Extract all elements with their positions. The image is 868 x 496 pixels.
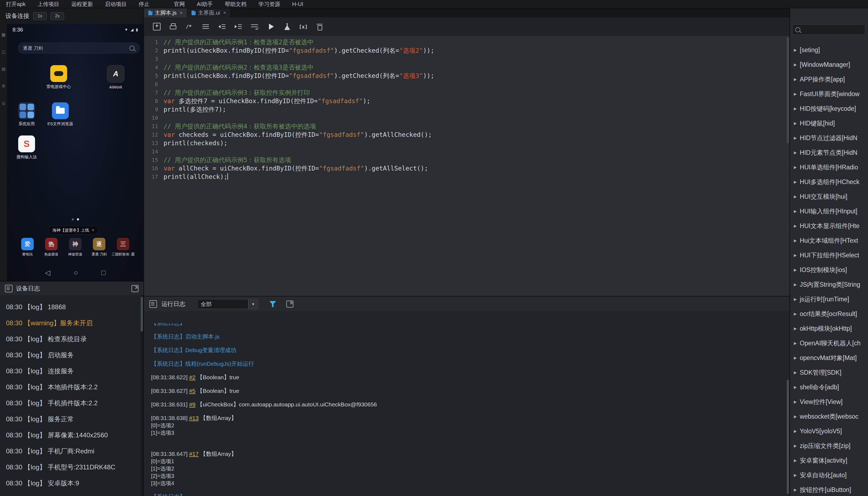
menu-icon[interactable]: ≣ [2, 83, 5, 89]
api-tree-item[interactable]: ▶zip压缩文件类[zip] [790, 438, 868, 453]
api-tree-item[interactable]: ▶Hui文本域组件[HText [790, 233, 868, 248]
phone-app-esfile[interactable]: ES文件浏览器 [44, 102, 77, 126]
editor-scrollbar[interactable] [787, 37, 789, 143]
log-id-link[interactable]: #13 [189, 415, 199, 421]
phone-mirror-screen[interactable]: 8:36 ▼◢▮ 逐鹿 刀剑 雷电游戏中心AAiWork系统应用ES文件浏览器S… [7, 24, 143, 281]
back-button[interactable]: ◁ [45, 268, 50, 277]
log-id-link[interactable]: #2 [189, 374, 195, 381]
toolbar-soft-wrap-button[interactable] [249, 21, 260, 32]
dock-app[interactable]: 逐逐鹿 刀剑 [88, 238, 110, 257]
api-tree-item[interactable]: ▶HUI文本显示组件[Hte [790, 219, 868, 233]
log-sub-line: [1]=选项2 [151, 465, 786, 472]
mirror-toolbar: ▦◫▤≣◎ [0, 24, 7, 289]
toolbar-print-button[interactable] [167, 21, 179, 32]
phone-app-aiwork[interactable]: AAiWork [99, 65, 133, 89]
api-tree-item[interactable]: ▶SDK管理[SDK] [790, 365, 868, 380]
toast-close-icon[interactable]: × [92, 228, 94, 233]
toolbar-new-file-button[interactable] [151, 21, 163, 32]
api-tree-item[interactable]: ▶View控件[View] [790, 394, 868, 409]
api-tree-item[interactable]: ▶OpenAI聊天机器人[ch [790, 336, 868, 351]
api-tree-item[interactable]: ▶HUI多选组件[HCheck [790, 174, 868, 189]
api-tree-item[interactable]: ▶ocr结果类[ocrResult] [790, 307, 868, 321]
api-tree-item[interactable]: ▶FastUI界面类[window [790, 87, 868, 101]
device-log-expand-icon[interactable] [132, 285, 139, 292]
grid-icon[interactable]: ▦ [1, 32, 5, 37]
device-log-scrollbar[interactable] [141, 297, 143, 331]
api-search-box[interactable] [792, 25, 865, 35]
code-editor[interactable]: 1// 用户提供的正确代码示例1：检查选项2是否被选中2printl(uiChe… [144, 36, 790, 296]
run-log-scrollbar[interactable] [787, 380, 789, 494]
toolbar-run-button[interactable] [265, 21, 277, 32]
record-icon[interactable]: ◎ [2, 100, 5, 106]
api-tree-item[interactable]: ▶HUI交互模块[hui] [790, 189, 868, 204]
api-tree-item[interactable]: ▶安卓窗体[activity] [790, 453, 868, 468]
menu-item[interactable]: 帮助文档 [219, 0, 253, 8]
close-icon[interactable]: × [180, 10, 183, 16]
run-log-expand-icon[interactable] [286, 300, 293, 308]
rows-icon[interactable]: ▤ [1, 66, 5, 72]
phone-search-bar[interactable]: 逐鹿 刀剑 [18, 43, 140, 53]
api-tree-item[interactable]: ▶HID键鼠[hid] [790, 116, 868, 130]
close-icon[interactable]: × [223, 10, 226, 16]
api-tree-item[interactable]: ▶APP操作类[app] [790, 72, 868, 87]
menu-item[interactable]: 打开apk [0, 0, 31, 8]
dock-app[interactable]: 热热血密道 [40, 238, 62, 257]
api-tree-item[interactable]: ▶HUI输入组件[HInput] [790, 204, 868, 219]
phone-toast[interactable]: 海神【波塞冬】上线 × [48, 226, 98, 235]
toolbar-test-button[interactable] [281, 21, 293, 32]
dock-app[interactable]: 爱爱电玩 [16, 238, 39, 257]
filter-funnel-icon[interactable] [270, 301, 276, 307]
toolbar-format-button[interactable] [200, 21, 211, 32]
toolbar-indent-decrease-button[interactable] [216, 21, 228, 32]
toolbar-comment-button[interactable] [184, 21, 195, 32]
log-filter-dropdown-button[interactable]: ▼ [248, 299, 258, 309]
log-id-link[interactable]: #9 [189, 401, 195, 407]
menu-item[interactable]: 停止 [133, 0, 155, 8]
scale-2x-button[interactable]: 2x [50, 12, 64, 20]
recents-button[interactable]: □ [101, 268, 106, 277]
api-tree-item[interactable]: ▶opencvMat对象[Mat] [790, 351, 868, 365]
toolbar-clear-button[interactable] [298, 21, 309, 32]
menu-item[interactable]: 官网 [168, 0, 191, 8]
menu-item[interactable]: 远程更新 [65, 0, 99, 8]
log-sub-line: [3]=选项4 [151, 480, 786, 487]
editor-tab[interactable]: 主界面.ui× [187, 8, 231, 17]
api-tree-item[interactable]: ▶shell命令[adb] [790, 380, 868, 394]
api-tree-item[interactable]: ▶websocket类[websoc [790, 409, 868, 424]
api-tree-item[interactable]: ▶按钮控件[uiButton] [790, 482, 868, 496]
log-id-link[interactable]: #17 [189, 451, 199, 457]
log-id-link[interactable]: #5 [189, 388, 195, 394]
api-tree-item[interactable]: ▶[seting] [790, 43, 868, 57]
menu-item[interactable]: AI助手 [191, 0, 219, 8]
api-search-input[interactable] [803, 27, 862, 33]
menu-item[interactable]: 上传项目 [31, 0, 65, 8]
log-filter-select[interactable]: 全部 [197, 299, 248, 309]
menu-item[interactable]: H-UI [286, 0, 309, 8]
panel-icon[interactable]: ◫ [1, 49, 5, 54]
dock-app[interactable]: 三三国群英传: 霸 [112, 238, 134, 257]
menu-item[interactable]: 启动项目 [99, 0, 133, 8]
api-tree-item[interactable]: ▶js运行时[runTime] [790, 292, 868, 307]
api-tree-item[interactable]: ▶HUI单选组件[HRadio [790, 160, 868, 174]
home-button[interactable]: ○ [74, 268, 78, 277]
api-tree-item[interactable]: ▶HID元素节点类[HidN [790, 145, 868, 160]
api-tree-item[interactable]: ▶YoloV5[yoloV5] [790, 424, 868, 438]
dock-app[interactable]: 神神途世途 [64, 238, 87, 257]
phone-app-system[interactable]: 系统应用 [10, 102, 44, 126]
api-tree-item[interactable]: ▶HID按键码[keycode] [790, 101, 868, 116]
api-tree-item[interactable]: ▶IOS控制模块[ios] [790, 263, 868, 277]
api-tree-item[interactable]: ▶HUI下拉组件[HSelect [790, 248, 868, 263]
api-tree-item[interactable]: ▶[WindowManager] [790, 57, 868, 72]
toolbar-delete-button[interactable] [314, 21, 325, 32]
api-item-label: FastUI界面类[window [800, 90, 859, 98]
toolbar-indent-increase-button[interactable] [232, 21, 244, 32]
api-tree-item[interactable]: ▶安卓自动化[auto] [790, 468, 868, 482]
api-tree-item[interactable]: ▶JS内置String类[String [790, 277, 868, 292]
menu-item[interactable]: 学习资源 [253, 0, 286, 8]
api-tree-item[interactable]: ▶okHttp模块[okHttp] [790, 321, 868, 336]
phone-app-game-center[interactable]: 雷电游戏中心 [42, 65, 76, 89]
editor-tab[interactable]: 主脚本.js× [144, 8, 187, 17]
scale-1x-button[interactable]: 1x [33, 12, 47, 20]
phone-app-sogou[interactable]: S搜狗输入法 [10, 136, 44, 160]
api-tree-item[interactable]: ▶HID节点过滤器[HidN [790, 130, 868, 145]
